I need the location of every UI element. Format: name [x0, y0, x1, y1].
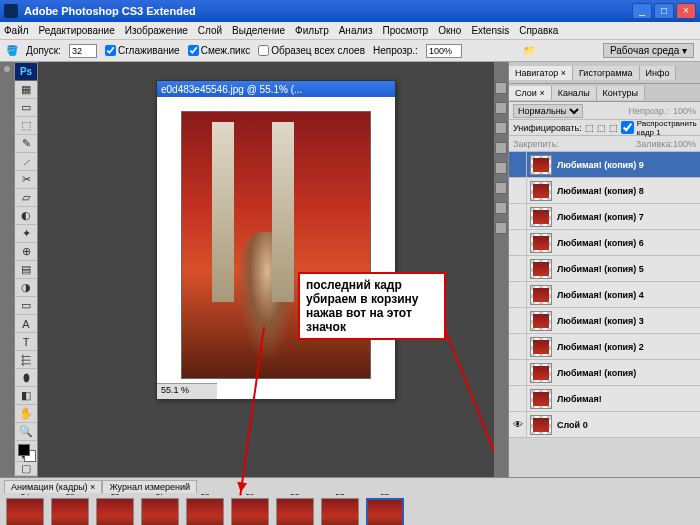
palette-icon[interactable]	[495, 82, 507, 94]
tab-channels[interactable]: Каналы	[552, 86, 597, 100]
tab-histogram[interactable]: Гистограмма	[573, 66, 640, 80]
tool-button[interactable]: A	[15, 315, 37, 333]
layer-row[interactable]: Любимая! (копия) 6	[509, 230, 700, 256]
unify-icon[interactable]: ⬚	[597, 123, 606, 133]
frame-thumbnail[interactable]	[141, 498, 179, 526]
frame-thumbnail[interactable]	[186, 498, 224, 526]
tab-navigator[interactable]: Навигатор ×	[509, 66, 573, 80]
tab-info[interactable]: Инфо	[640, 66, 677, 80]
visibility-icon[interactable]	[509, 178, 527, 203]
layer-name[interactable]: Любимая! (копия) 9	[555, 160, 700, 170]
layer-name[interactable]: Любимая! (копия) 3	[555, 316, 700, 326]
frame-thumbnail[interactable]	[276, 498, 314, 526]
animation-frame[interactable]: 150,2 сек.▾	[49, 494, 91, 525]
layer-name[interactable]: Любимая! (копия) 6	[555, 238, 700, 248]
propagate-checkbox[interactable]	[621, 121, 634, 134]
opacity-input[interactable]	[426, 44, 462, 58]
tool-button[interactable]: ◐	[15, 207, 37, 225]
workspace-button[interactable]: Рабочая среда ▾	[603, 43, 694, 58]
palette-icon[interactable]	[495, 142, 507, 154]
layer-name[interactable]: Любимая! (копия)	[555, 368, 700, 378]
tool-button[interactable]: ▭	[15, 99, 37, 117]
tool-button[interactable]: ⬱	[15, 351, 37, 369]
layer-thumbnail[interactable]	[530, 259, 552, 279]
layer-row[interactable]: Любимая! (копия) 3	[509, 308, 700, 334]
layer-thumbnail[interactable]	[530, 415, 552, 435]
palette-icon[interactable]	[495, 182, 507, 194]
animation-frame[interactable]: 190,2 сек.▾	[229, 494, 271, 525]
menu-анализ[interactable]: Анализ	[339, 25, 373, 36]
layer-name[interactable]: Слой 0	[555, 420, 700, 430]
layer-thumbnail[interactable]	[530, 337, 552, 357]
layer-row[interactable]: Любимая! (копия) 2	[509, 334, 700, 360]
layer-thumbnail[interactable]	[530, 285, 552, 305]
tool-button[interactable]: ⬮	[15, 369, 37, 387]
visibility-icon[interactable]	[509, 152, 527, 177]
visibility-icon[interactable]	[509, 334, 527, 359]
menu-выделение[interactable]: Выделение	[232, 25, 285, 36]
animation-frame[interactable]: 170,2 сек.▾	[139, 494, 181, 525]
smoothing-checkbox[interactable]	[105, 45, 116, 56]
tool-button[interactable]: ✦	[15, 225, 37, 243]
palette-icon[interactable]	[495, 202, 507, 214]
frame-thumbnail[interactable]	[321, 498, 359, 526]
animation-frame[interactable]: 200,2 сек.▾	[274, 494, 316, 525]
layer-row[interactable]: Любимая! (копия) 4	[509, 282, 700, 308]
frame-thumbnail[interactable]	[96, 498, 134, 526]
layer-thumbnail[interactable]	[530, 233, 552, 253]
frame-thumbnail[interactable]	[51, 498, 89, 526]
layer-thumbnail[interactable]	[530, 311, 552, 331]
visibility-icon[interactable]: 👁	[509, 412, 527, 437]
tab-animation[interactable]: Анимация (кадры) ×	[4, 480, 102, 493]
frame-thumbnail[interactable]	[231, 498, 269, 526]
layer-thumbnail[interactable]	[530, 181, 552, 201]
document-title[interactable]: e0d483e45546.jpg @ 55.1% (...	[157, 81, 395, 97]
screenmode-icon[interactable]: ▢	[15, 462, 37, 476]
tool-button[interactable]: ▦	[15, 81, 37, 99]
visibility-icon[interactable]	[509, 230, 527, 255]
layer-row[interactable]: Любимая!	[509, 386, 700, 412]
tool-button[interactable]: ⟋	[15, 153, 37, 171]
tool-button[interactable]: ⊕	[15, 243, 37, 261]
dopusk-input[interactable]	[69, 44, 97, 58]
bucket-icon[interactable]: 🪣	[6, 45, 18, 56]
layer-name[interactable]: Любимая! (копия) 7	[555, 212, 700, 222]
tab-paths[interactable]: Контуры	[597, 86, 645, 100]
palette-icon[interactable]	[495, 162, 507, 174]
layer-thumbnail[interactable]	[530, 155, 552, 175]
tab-measurement-log[interactable]: Журнал измерений	[102, 480, 197, 493]
layer-row[interactable]: Любимая! (копия) 9	[509, 152, 700, 178]
frame-thumbnail[interactable]	[366, 498, 404, 526]
layer-row[interactable]: Любимая! (копия) 7	[509, 204, 700, 230]
menu-файл[interactable]: Файл	[4, 25, 29, 36]
contiguous-checkbox[interactable]	[188, 45, 199, 56]
palette-icon[interactable]	[495, 222, 507, 234]
tool-button[interactable]: ◧	[15, 387, 37, 405]
visibility-icon[interactable]	[509, 308, 527, 333]
menu-extensis[interactable]: Extensis	[471, 25, 509, 36]
layer-thumbnail[interactable]	[530, 207, 552, 227]
tool-button[interactable]: ⬚	[15, 117, 37, 135]
layer-row[interactable]: Любимая! (копия)	[509, 360, 700, 386]
layer-name[interactable]: Любимая! (копия) 4	[555, 290, 700, 300]
menu-окно[interactable]: Окно	[438, 25, 461, 36]
maximize-button[interactable]: □	[654, 3, 674, 19]
all-layers-checkbox[interactable]	[258, 45, 269, 56]
animation-frame[interactable]: 210,2 сек.▾	[319, 494, 361, 525]
animation-frame[interactable]: 220,2 сек.▾	[364, 494, 406, 525]
tab-layers[interactable]: Слои ×	[509, 86, 552, 100]
layer-name[interactable]: Любимая!	[555, 394, 700, 404]
animation-frame[interactable]: 180,2 сек.▾	[184, 494, 226, 525]
layer-name[interactable]: Любимая! (копия) 2	[555, 342, 700, 352]
layer-row[interactable]: 👁Слой 0	[509, 412, 700, 438]
frame-thumbnail[interactable]	[6, 498, 44, 526]
close-button[interactable]: ×	[676, 3, 696, 19]
palette-icon[interactable]	[495, 122, 507, 134]
animation-frame[interactable]: 160,2 сек.▾	[94, 494, 136, 525]
tool-button[interactable]: ✂	[15, 171, 37, 189]
unify-icon[interactable]: ⬚	[609, 123, 618, 133]
unify-icon[interactable]: ⬚	[585, 123, 594, 133]
menu-редактирование[interactable]: Редактирование	[39, 25, 115, 36]
layer-name[interactable]: Любимая! (копия) 5	[555, 264, 700, 274]
document-window[interactable]: e0d483e45546.jpg @ 55.1% (... 55.1 %	[156, 80, 396, 400]
